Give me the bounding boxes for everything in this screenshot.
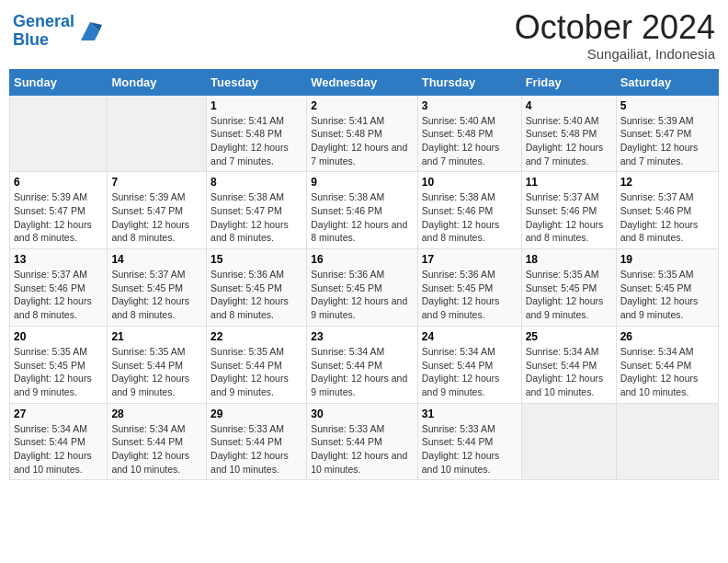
day-number: 11 [526, 176, 612, 189]
cell-info: Sunrise: 5:38 AMSunset: 5:46 PMDaylight:… [422, 190, 518, 245]
calendar-cell: 3 Sunrise: 5:40 AMSunset: 5:48 PMDayligh… [417, 95, 521, 172]
calendar-cell: 24 Sunrise: 5:34 AMSunset: 5:44 PMDaylig… [417, 326, 521, 403]
day-number: 13 [14, 253, 103, 266]
calendar-cell: 19 Sunrise: 5:35 AMSunset: 5:45 PMDaylig… [616, 249, 718, 327]
calendar-cell: 14 Sunrise: 5:37 AMSunset: 5:45 PMDaylig… [108, 249, 207, 327]
col-tuesday: Tuesday [207, 69, 307, 95]
calendar-cell: 7 Sunrise: 5:39 AMSunset: 5:47 PMDayligh… [108, 172, 207, 249]
title-block: October 2024 Sungailiat, Indonesia [515, 9, 715, 62]
week-row-4: 20 Sunrise: 5:35 AMSunset: 5:45 PMDaylig… [10, 326, 719, 403]
calendar-cell: 8 Sunrise: 5:38 AMSunset: 5:47 PMDayligh… [207, 172, 307, 249]
cell-info: Sunrise: 5:34 AMSunset: 5:44 PMDaylight:… [422, 345, 518, 399]
day-number: 14 [111, 253, 202, 266]
calendar-cell: 31 Sunrise: 5:33 AMSunset: 5:44 PMDaylig… [417, 403, 521, 480]
calendar-cell [616, 403, 718, 480]
col-thursday: Thursday [417, 69, 521, 95]
calendar-cell: 26 Sunrise: 5:34 AMSunset: 5:44 PMDaylig… [616, 326, 718, 403]
cell-info: Sunrise: 5:37 AMSunset: 5:45 PMDaylight:… [111, 268, 202, 322]
col-wednesday: Wednesday [307, 69, 418, 95]
day-number: 20 [14, 330, 103, 343]
logo-icon [76, 17, 104, 45]
cell-info: Sunrise: 5:38 AMSunset: 5:46 PMDaylight:… [311, 190, 414, 245]
day-number: 7 [111, 176, 202, 189]
calendar-cell: 29 Sunrise: 5:33 AMSunset: 5:44 PMDaylig… [207, 403, 307, 480]
cell-info: Sunrise: 5:33 AMSunset: 5:44 PMDaylight:… [422, 422, 518, 477]
day-number: 31 [422, 408, 518, 420]
cell-info: Sunrise: 5:39 AMSunset: 5:47 PMDaylight:… [111, 190, 202, 245]
calendar-body: 1 Sunrise: 5:41 AMSunset: 5:48 PMDayligh… [10, 95, 719, 480]
day-number: 24 [422, 330, 518, 343]
day-number: 15 [210, 253, 302, 266]
cell-info: Sunrise: 5:33 AMSunset: 5:44 PMDaylight:… [210, 422, 302, 477]
col-saturday: Saturday [616, 69, 718, 95]
cell-info: Sunrise: 5:34 AMSunset: 5:44 PMDaylight:… [311, 345, 414, 399]
day-number: 2 [311, 99, 414, 112]
calendar-cell: 15 Sunrise: 5:36 AMSunset: 5:45 PMDaylig… [207, 249, 307, 327]
day-number: 26 [620, 330, 714, 343]
calendar-header: Sunday Monday Tuesday Wednesday Thursday… [10, 69, 719, 95]
cell-info: Sunrise: 5:37 AMSunset: 5:46 PMDaylight:… [526, 190, 612, 245]
day-number: 22 [210, 330, 302, 343]
day-number: 17 [422, 253, 518, 266]
calendar-cell: 9 Sunrise: 5:38 AMSunset: 5:46 PMDayligh… [307, 172, 418, 249]
cell-info: Sunrise: 5:34 AMSunset: 5:44 PMDaylight:… [620, 345, 714, 399]
day-number: 9 [311, 176, 414, 189]
cell-info: Sunrise: 5:40 AMSunset: 5:48 PMDaylight:… [526, 114, 612, 168]
calendar-cell: 10 Sunrise: 5:38 AMSunset: 5:46 PMDaylig… [417, 172, 521, 249]
day-number: 1 [210, 99, 302, 112]
cell-info: Sunrise: 5:36 AMSunset: 5:45 PMDaylight:… [422, 268, 518, 322]
cell-info: Sunrise: 5:34 AMSunset: 5:44 PMDaylight:… [111, 422, 202, 477]
cell-info: Sunrise: 5:38 AMSunset: 5:47 PMDaylight:… [210, 190, 302, 245]
cell-info: Sunrise: 5:36 AMSunset: 5:45 PMDaylight:… [210, 268, 302, 322]
week-row-2: 6 Sunrise: 5:39 AMSunset: 5:47 PMDayligh… [10, 172, 719, 249]
calendar-cell: 4 Sunrise: 5:40 AMSunset: 5:48 PMDayligh… [521, 95, 616, 172]
day-number: 25 [526, 330, 612, 343]
calendar-cell: 11 Sunrise: 5:37 AMSunset: 5:46 PMDaylig… [521, 172, 616, 249]
day-number: 3 [422, 99, 518, 112]
col-sunday: Sunday [10, 69, 108, 95]
calendar-cell: 16 Sunrise: 5:36 AMSunset: 5:45 PMDaylig… [307, 249, 418, 327]
cell-info: Sunrise: 5:34 AMSunset: 5:44 PMDaylight:… [526, 345, 612, 399]
calendar-cell: 22 Sunrise: 5:35 AMSunset: 5:44 PMDaylig… [207, 326, 307, 403]
cell-info: Sunrise: 5:41 AMSunset: 5:48 PMDaylight:… [210, 114, 302, 168]
day-number: 19 [620, 253, 714, 266]
calendar-cell [521, 403, 616, 480]
week-row-3: 13 Sunrise: 5:37 AMSunset: 5:46 PMDaylig… [10, 249, 719, 327]
location: Sungailiat, Indonesia [515, 46, 715, 62]
page-header: General Blue October 2024 Sungailiat, In… [9, 9, 719, 62]
calendar-cell: 1 Sunrise: 5:41 AMSunset: 5:48 PMDayligh… [207, 95, 307, 172]
logo-text: General Blue [13, 13, 74, 50]
calendar-cell: 6 Sunrise: 5:39 AMSunset: 5:47 PMDayligh… [10, 172, 108, 249]
col-friday: Friday [521, 69, 616, 95]
cell-info: Sunrise: 5:35 AMSunset: 5:44 PMDaylight:… [111, 345, 202, 399]
day-number: 10 [422, 176, 518, 189]
day-number: 18 [526, 253, 612, 266]
cell-info: Sunrise: 5:41 AMSunset: 5:48 PMDaylight:… [311, 114, 414, 168]
day-number: 16 [311, 253, 414, 266]
week-row-1: 1 Sunrise: 5:41 AMSunset: 5:48 PMDayligh… [10, 95, 719, 172]
header-row: Sunday Monday Tuesday Wednesday Thursday… [10, 69, 719, 95]
cell-info: Sunrise: 5:37 AMSunset: 5:46 PMDaylight:… [620, 190, 714, 245]
calendar-cell [108, 95, 207, 172]
calendar-cell: 12 Sunrise: 5:37 AMSunset: 5:46 PMDaylig… [616, 172, 718, 249]
calendar-cell: 17 Sunrise: 5:36 AMSunset: 5:45 PMDaylig… [417, 249, 521, 327]
month-title: October 2024 [515, 9, 715, 46]
day-number: 6 [14, 176, 103, 189]
day-number: 12 [620, 176, 714, 189]
calendar-cell: 20 Sunrise: 5:35 AMSunset: 5:45 PMDaylig… [10, 326, 108, 403]
calendar-table: Sunday Monday Tuesday Wednesday Thursday… [9, 69, 719, 481]
calendar-cell: 25 Sunrise: 5:34 AMSunset: 5:44 PMDaylig… [521, 326, 616, 403]
calendar-cell: 23 Sunrise: 5:34 AMSunset: 5:44 PMDaylig… [307, 326, 418, 403]
day-number: 4 [526, 99, 612, 112]
day-number: 29 [210, 408, 302, 420]
col-monday: Monday [108, 69, 207, 95]
cell-info: Sunrise: 5:35 AMSunset: 5:45 PMDaylight:… [526, 268, 612, 322]
cell-info: Sunrise: 5:35 AMSunset: 5:45 PMDaylight:… [620, 268, 714, 322]
calendar-cell: 5 Sunrise: 5:39 AMSunset: 5:47 PMDayligh… [616, 95, 718, 172]
day-number: 21 [111, 330, 202, 343]
cell-info: Sunrise: 5:35 AMSunset: 5:45 PMDaylight:… [14, 345, 103, 399]
week-row-5: 27 Sunrise: 5:34 AMSunset: 5:44 PMDaylig… [10, 403, 719, 480]
cell-info: Sunrise: 5:39 AMSunset: 5:47 PMDaylight:… [620, 114, 714, 168]
calendar-cell: 18 Sunrise: 5:35 AMSunset: 5:45 PMDaylig… [521, 249, 616, 327]
calendar-cell: 30 Sunrise: 5:33 AMSunset: 5:44 PMDaylig… [307, 403, 418, 480]
